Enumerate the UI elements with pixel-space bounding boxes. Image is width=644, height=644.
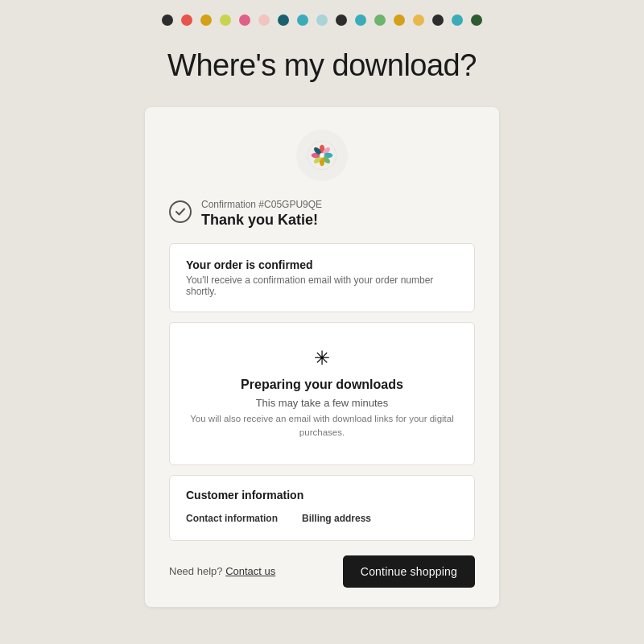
download-title: Preparing your downloads <box>186 378 458 392</box>
need-help-text: Need help? Contact us <box>169 565 275 577</box>
contact-info-col: Contact information <box>186 513 278 524</box>
loading-spinner-icon: ✳ <box>186 347 458 369</box>
decorative-dot <box>394 14 405 26</box>
decorative-dot <box>316 14 328 26</box>
decorative-dot <box>336 14 347 26</box>
brand-logo <box>296 130 348 181</box>
order-confirmed-desc: You'll receive a confirmation email with… <box>186 275 458 297</box>
svg-point-9 <box>320 153 324 158</box>
decorative-dot <box>181 14 192 26</box>
customer-info-title: Customer information <box>186 489 458 502</box>
decorative-dot <box>374 14 386 26</box>
downloads-box: ✳ Preparing your downloads This may take… <box>169 322 475 465</box>
page-title: Where's my download? <box>0 48 644 83</box>
billing-address-col: Billing address <box>302 513 371 524</box>
info-columns: Contact information Billing address <box>186 513 458 524</box>
customer-info-box: Customer information Contact information… <box>169 475 475 541</box>
confirmation-text: Confirmation #C05GPU9QE Thank you Katie! <box>201 199 322 229</box>
billing-address-label: Billing address <box>302 513 371 524</box>
check-circle-icon <box>169 200 192 223</box>
download-subtitle: This may take a few minutes <box>186 397 458 409</box>
thank-you-message: Thank you Katie! <box>201 212 322 229</box>
order-confirmed-title: Your order is confirmed <box>186 258 458 271</box>
decorative-dot <box>200 14 212 26</box>
decorative-dot <box>258 14 270 26</box>
decorative-dots-row <box>0 0 644 26</box>
confirmation-number: Confirmation #C05GPU9QE <box>201 199 322 210</box>
order-confirmed-box: Your order is confirmed You'll receive a… <box>169 243 475 312</box>
download-note: You will also receive an email with down… <box>186 412 458 440</box>
contact-us-link[interactable]: Contact us <box>225 565 275 577</box>
logo-area <box>169 130 475 181</box>
decorative-dot <box>278 14 289 26</box>
decorative-dot <box>355 14 366 26</box>
need-help-label: Need help? <box>169 565 225 577</box>
decorative-dot <box>413 14 424 26</box>
continue-shopping-button[interactable]: Continue shopping <box>343 555 475 588</box>
decorative-dot <box>471 14 482 26</box>
main-card: Confirmation #C05GPU9QE Thank you Katie!… <box>145 107 499 607</box>
decorative-dot <box>297 14 308 26</box>
decorative-dot <box>239 14 250 26</box>
confirmation-header: Confirmation #C05GPU9QE Thank you Katie! <box>169 199 475 229</box>
contact-info-label: Contact information <box>186 513 278 524</box>
decorative-dot <box>432 14 444 26</box>
decorative-dot <box>220 14 231 26</box>
card-footer: Need help? Contact us Continue shopping <box>169 555 475 588</box>
decorative-dot <box>452 14 463 26</box>
decorative-dot <box>162 14 173 26</box>
